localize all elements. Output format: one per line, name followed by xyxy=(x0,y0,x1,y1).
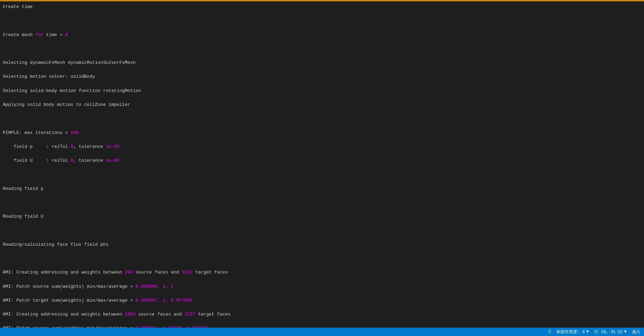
tab-width-status[interactable]: 制表符宽度: 8 ▼ xyxy=(556,329,589,335)
tab-width-label: 制表符宽度: 8 xyxy=(556,329,585,335)
status-bar: C 制表符宽度: 8 ▼ 行 28, 列 52 ▼ 插入 xyxy=(0,328,644,336)
cursor-position-chevron: ▼ xyxy=(624,329,627,334)
output-text: Create time Create mesh for time = 0 Sel… xyxy=(3,3,641,328)
tab-width-chevron: ▼ xyxy=(586,329,589,334)
cursor-position-status[interactable]: 行 28, 列 52 ▼ xyxy=(594,329,627,335)
insert-mode-status: 插入 xyxy=(632,329,641,335)
terminal-output: Create time Create mesh for time = 0 Sel… xyxy=(0,1,644,328)
encoding-label: C xyxy=(548,329,551,334)
insert-mode-label: 插入 xyxy=(632,329,641,335)
encoding-status: C xyxy=(548,329,551,334)
cursor-position-label: 行 28, 列 52 xyxy=(594,329,623,335)
